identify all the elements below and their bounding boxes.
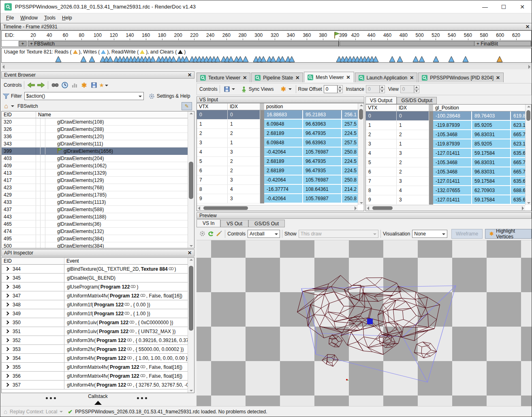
vertex-row[interactable]: 52-105.346896.83031665.7 bbox=[366, 158, 525, 167]
prev-event-icon[interactable] bbox=[26, 81, 36, 90]
tab-close-icon[interactable]: ✕ bbox=[295, 75, 299, 81]
event-row[interactable]: 429glDrawElements(1785) bbox=[2, 191, 188, 199]
event-row[interactable]: 417glDrawElements(129) bbox=[2, 177, 188, 184]
filter-input[interactable]: $action() bbox=[24, 92, 144, 100]
close-button[interactable]: ✕ bbox=[513, 0, 532, 13]
minimize-button[interactable]: — bbox=[476, 0, 494, 13]
api-row[interactable]: 357glUniform4fv(Program 122 , { 32767.50… bbox=[2, 381, 188, 389]
api-row[interactable]: 348glUniform1f(Program 122 , { 0.00 }) bbox=[2, 300, 188, 309]
event-row[interactable]: 336glDrawElements(120) bbox=[2, 133, 188, 140]
event-row[interactable]: 343glDrawElements(111) bbox=[2, 140, 188, 148]
context-dropdown-icon[interactable] bbox=[60, 411, 63, 414]
resource-link-icon[interactable] bbox=[124, 311, 130, 316]
tab-close-icon[interactable]: ✕ bbox=[496, 75, 500, 81]
vertex-row[interactable]: 116.0984896.63963257.5 bbox=[197, 120, 358, 129]
api-row[interactable]: 346glUseProgram(Program 122 ) bbox=[2, 282, 188, 291]
vertex-row[interactable]: 316.0984896.63963257.5 bbox=[197, 138, 358, 148]
expand-chevron-icon[interactable] bbox=[5, 312, 9, 316]
event-row[interactable]: 433glDrawElements(1113) bbox=[2, 199, 188, 206]
tab-pipeline-state[interactable]: Pipeline State✕ bbox=[251, 73, 303, 82]
menu-help[interactable]: Help bbox=[59, 14, 75, 21]
event-row[interactable]: 495glDrawElements(384) bbox=[2, 235, 188, 242]
expand-chevron-icon[interactable] bbox=[5, 276, 9, 280]
tab-vs-output[interactable]: VS Output bbox=[365, 96, 397, 104]
expand-chevron-icon[interactable] bbox=[5, 338, 9, 342]
vertex-row[interactable]: 84-132.0765562.70903688.6 bbox=[366, 186, 525, 195]
camera-mode-select[interactable]: Arcball bbox=[248, 230, 280, 238]
tab-ppssppwindows-pid-8204-[interactable]: PPSSPPWindows [PID 8204]✕ bbox=[418, 73, 504, 82]
mesh-preview-canvas[interactable] bbox=[197, 240, 532, 406]
context-home-icon[interactable]: ⌂ bbox=[4, 408, 7, 415]
replay-context-label[interactable]: Replay Context: Local bbox=[10, 409, 57, 415]
expand-chevron-icon[interactable] bbox=[5, 285, 9, 289]
breadcrumb-dropdown-icon[interactable] bbox=[11, 105, 14, 109]
timeline-ruler-box[interactable]: EID: 20406080100120140160180200220240260… bbox=[1, 30, 532, 47]
vertex-row[interactable]: 222.6818996.47935224.5 bbox=[197, 129, 358, 138]
settings-gear-icon[interactable] bbox=[147, 92, 157, 101]
row-offset-input[interactable]: 0 bbox=[324, 85, 338, 93]
bookmark-icon[interactable]: ★ bbox=[99, 81, 109, 90]
vs-output-hscrollbar[interactable] bbox=[366, 205, 525, 211]
home-icon[interactable]: ⌂ bbox=[1, 102, 11, 111]
api-table-vscrollbar[interactable] bbox=[188, 258, 194, 393]
resource-link-icon[interactable] bbox=[140, 373, 145, 379]
event-row[interactable]: 399glDrawElements(1656) bbox=[2, 148, 188, 155]
export-icon[interactable]: ✱ bbox=[79, 81, 89, 90]
api-row[interactable]: 354glUniform4fv(Program 122 , { 1.00, 1.… bbox=[2, 354, 188, 363]
api-row[interactable]: 347glUniformMatrix4fv(Program 122 , Fals… bbox=[2, 291, 188, 300]
timeline-hscrollbar[interactable] bbox=[1, 64, 532, 69]
expand-chevron-icon[interactable] bbox=[5, 347, 9, 351]
api-row[interactable]: 355glUniformMatrix4fv(Program 122 , Fals… bbox=[2, 363, 188, 372]
finalblit-bar[interactable]: + FinalBlit bbox=[474, 41, 531, 46]
visualisation-select[interactable]: None bbox=[412, 230, 447, 238]
expand-up-icon[interactable] bbox=[94, 401, 102, 405]
sync-views-icon[interactable] bbox=[239, 85, 249, 94]
vertex-row[interactable]: 62-105.346896.83031665.7 bbox=[366, 167, 525, 177]
highlight-vertices-button[interactable]: ✱ Highlight Vertices bbox=[485, 229, 532, 239]
resource-link-icon[interactable] bbox=[127, 355, 132, 361]
timing-icon[interactable] bbox=[60, 81, 70, 90]
api-row[interactable]: 356glUniformMatrix4fv(Program 122 , Fals… bbox=[2, 372, 188, 381]
mesh-export-icon[interactable]: ✱ bbox=[279, 85, 288, 94]
selected-vertex-marker[interactable] bbox=[367, 319, 373, 324]
api-row[interactable]: 345glDisable(GL_BLEND) bbox=[2, 274, 188, 282]
tab-gs-ds-output[interactable]: GS/DS Output bbox=[397, 97, 437, 104]
api-row[interactable]: 353glUniform2fv(Program 122 , { 55000.00… bbox=[2, 345, 188, 354]
event-row[interactable]: 409glDrawElements(1062) bbox=[2, 162, 188, 169]
menu-file[interactable]: File bbox=[3, 14, 17, 21]
resource-link-icon[interactable] bbox=[127, 346, 132, 352]
vertex-row[interactable]: 84-16.37774108.64361214.2 bbox=[197, 185, 358, 194]
event-row[interactable]: 326glDrawElements(288) bbox=[2, 126, 188, 133]
vertex-row[interactable]: 11-119.8793985.9205623.1 bbox=[366, 121, 525, 130]
vertex-row[interactable]: 43-0.42064105.76987250.8 bbox=[197, 148, 358, 157]
scroll-left-icon[interactable] bbox=[2, 65, 4, 69]
expand-chevron-icon[interactable] bbox=[5, 383, 9, 387]
resource-link-icon[interactable] bbox=[127, 338, 132, 343]
api-row[interactable]: 350glUniform1uiv(Program 122 , { 0xC0000… bbox=[2, 318, 188, 327]
resource-link-icon[interactable] bbox=[130, 284, 136, 290]
save-mesh-icon[interactable] bbox=[222, 85, 232, 94]
tab-launch-application[interactable]: Launch Application✕ bbox=[355, 73, 418, 82]
menu-window[interactable]: Window bbox=[17, 14, 41, 21]
expand-chevron-icon[interactable] bbox=[5, 294, 9, 298]
vertex-row[interactable]: 73-127.0141159.17584635.6 bbox=[366, 177, 525, 186]
vs-output-header[interactable]: VTX IDX gl_Position bbox=[366, 105, 531, 111]
tab-vs-out[interactable]: VS Out bbox=[220, 220, 248, 227]
tab-close-icon[interactable]: ✕ bbox=[346, 75, 350, 80]
resource-link-icon[interactable] bbox=[129, 320, 135, 325]
tab-texture-viewer[interactable]: Texture Viewer✕ bbox=[197, 73, 250, 82]
fbswitch-bar[interactable]: + FBSwitch bbox=[28, 41, 339, 46]
vertex-picker-icon[interactable] bbox=[215, 229, 223, 238]
next-event-icon[interactable] bbox=[36, 81, 46, 90]
api-row[interactable]: 344glBindTexture(GL_TEXTURE_2D, Texture … bbox=[2, 265, 188, 274]
vertex-row[interactable]: 43-127.0141159.17584635.6 bbox=[366, 149, 525, 158]
resource-link-icon[interactable] bbox=[124, 302, 130, 308]
menu-tools[interactable]: Tools bbox=[41, 14, 59, 21]
export-dropdown-icon[interactable] bbox=[288, 88, 292, 92]
scroll-right-icon[interactable] bbox=[528, 65, 530, 69]
resource-link-icon[interactable] bbox=[127, 382, 132, 388]
event-row[interactable]: 413glDrawElements(1329) bbox=[2, 169, 188, 177]
tab-vs-in[interactable]: VS In bbox=[197, 219, 220, 227]
api-row[interactable]: 352glUniform3fv(Program 122 , { 0.39216,… bbox=[2, 336, 188, 345]
api-row[interactable]: 351glUniform1uiv(Program 122 , { UINT32_… bbox=[2, 327, 188, 336]
